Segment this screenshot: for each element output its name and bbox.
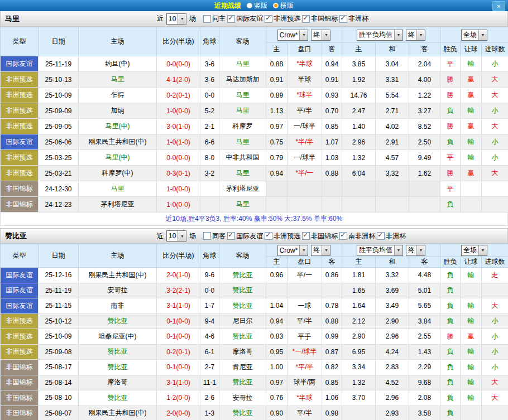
handicap-result-cell [461, 197, 482, 213]
match-date: 25-06-06 [39, 134, 79, 150]
handicap-line: *平/半 [287, 360, 322, 375]
layout-radio[interactable]: 竖版 [247, 1, 267, 11]
result-cell: 負 [440, 283, 461, 298]
home-team: 刚果民主共和国(中) [79, 134, 157, 150]
handicap-line [287, 197, 322, 213]
checkbox-checked-icon[interactable] [227, 15, 235, 23]
match-type-badge: 非洲预选 [1, 72, 39, 88]
bookmaker-select[interactable]: Crow*▼ [277, 30, 309, 41]
corner-score: 4-6 [200, 329, 219, 345]
away-team: 赞比亚 [219, 375, 266, 390]
avg-odds-away: 9.49 [409, 150, 440, 166]
checkbox-checked-icon[interactable] [302, 232, 310, 240]
match-type-badge: 非洲预选 [1, 103, 39, 119]
checkbox-checked-icon[interactable] [339, 232, 347, 240]
avg-final-select[interactable]: 终▼ [406, 245, 425, 256]
checkbox-checked-icon[interactable] [265, 232, 272, 240]
filter-checkbox[interactable]: 非洲杯 [377, 231, 406, 241]
corner-score: 5-2 [200, 103, 219, 119]
filter-checkbox[interactable]: 非洲预选 [265, 231, 300, 241]
avg-odds-select[interactable]: 胜平负均值▼ [357, 30, 403, 41]
goals-result-cell: 小 [482, 134, 508, 150]
home-team: 南非 [79, 298, 157, 314]
avg-odds-draw: 2.71 [376, 103, 409, 119]
home-team: 安哥拉 [79, 283, 157, 298]
close-button[interactable]: ✕ [492, 1, 505, 11]
bookmaker-select[interactable]: Crow*▼ [277, 245, 309, 256]
avg-odds-home: 3.70 [342, 390, 376, 406]
result-cell: 負 [440, 405, 461, 420]
chevron-down-icon: ▼ [416, 30, 425, 40]
handicap-odds-away: 0.87 [322, 344, 342, 360]
handicap-final-select[interactable]: 终▼ [311, 245, 330, 256]
col-header-home: 主场 [79, 27, 157, 56]
handicap-result-cell: 輸 [461, 103, 482, 119]
handicap-result-cell: 輸 [461, 313, 482, 329]
handicap-odds-home: 0.75 [266, 134, 287, 150]
chevron-down-icon: ▼ [299, 245, 308, 255]
away-team: 马里 [219, 103, 266, 119]
checkbox-checked-icon[interactable] [227, 232, 235, 240]
handicap-final-select[interactable]: 终▼ [311, 30, 330, 41]
radio-selected-icon[interactable] [273, 3, 279, 8]
handicap-odds-away [322, 181, 342, 197]
radio-label: 竖版 [254, 1, 267, 11]
filter-checkbox[interactable]: 同主 [203, 14, 226, 23]
corner-score: 11-1 [200, 375, 219, 390]
avg-odds-select[interactable]: 胜平负均值▼ [357, 245, 403, 256]
handicap-odds-home [266, 181, 287, 197]
filter-checkbox[interactable]: 同客 [203, 231, 226, 241]
match-date: 25-12-16 [39, 268, 79, 283]
filter-checkbox[interactable]: 南非洲杯 [339, 231, 375, 241]
checkbox-checked-icon[interactable] [339, 15, 347, 23]
radio-icon[interactable] [247, 3, 252, 8]
corner-score: 8-0 [200, 150, 219, 166]
titlebar: 近期战绩 竖版横版 ✕ [0, 0, 508, 11]
handicap-odds-home: 0.90 [266, 405, 287, 420]
filter-checkbox[interactable]: 非洲预选 [265, 14, 300, 23]
match-type-badge: 非洲预选 [1, 88, 39, 103]
match-count-select[interactable]: 10▼ [166, 13, 186, 25]
filter-checkbox[interactable]: 非国锦标 [302, 231, 338, 241]
match-row: 国际友谊25-11-15南非3-1(1-0)1-7赞比亚1.04一球0.781.… [1, 298, 508, 314]
avg-final-select[interactable]: 终▼ [406, 30, 425, 41]
goals-result-cell: 大 [482, 119, 508, 134]
avg-odds-away: 1.22 [409, 88, 440, 103]
layout-radio[interactable]: 横版 [273, 1, 294, 11]
result-cell: 負 [440, 360, 461, 375]
result-cell: 平 [440, 181, 461, 197]
result-cell: 勝 [440, 88, 461, 103]
match-score: 2-0(0-0) [157, 405, 200, 420]
match-type-badge: 非国锦标 [1, 405, 39, 420]
checkbox-checked-icon[interactable] [302, 15, 310, 23]
handicap-dropdown-cell: Crow*▼ 终▼ [266, 27, 342, 43]
scope-select[interactable]: 全场▼ [461, 30, 487, 41]
checkbox-checked-icon[interactable] [265, 15, 272, 23]
corner-score: 3-2 [200, 166, 219, 181]
checkbox-unchecked-icon[interactable] [203, 15, 211, 23]
scope-select[interactable]: 全场▼ [461, 245, 487, 256]
match-count-select[interactable]: 10▼ [166, 230, 186, 242]
match-row: 非洲预选25-09-05马里(中)3-0(1-0)2-1科摩罗0.97一/球半0… [1, 119, 508, 134]
avg-odds-away: 3.27 [409, 103, 440, 119]
goals-result-cell: 大 [482, 88, 508, 103]
match-score: 0-2(0-1) [157, 344, 200, 360]
filter-checkbox[interactable]: 国际友谊 [227, 231, 263, 241]
summary-row: 近10场,胜4平3负3, 胜率:40% 赢率:50% 大:37.5% 单率:60… [0, 213, 508, 226]
away-team: 赞比亚 [219, 405, 266, 420]
checkbox-checked-icon[interactable] [377, 232, 385, 240]
filter-checkbox[interactable]: 非国锦标 [302, 14, 338, 23]
avg-odds-draw: 3.31 [376, 72, 409, 88]
match-score: 1-0(0-0) [157, 197, 200, 213]
filter-checkbox[interactable]: 非洲杯 [339, 14, 368, 23]
goals-result-cell: 小 [482, 360, 508, 375]
goals-result-cell: 大 [482, 375, 508, 390]
filter-checkbox[interactable]: 国际友谊 [227, 14, 263, 23]
checkbox-unchecked-icon[interactable] [203, 232, 211, 240]
handicap-line: 平/半 [287, 103, 322, 119]
match-row: 非国锦标25-08-17赞比亚0-1(0-0)2-7肯尼亚1.00*平/半0.8… [1, 360, 508, 375]
avg-odds-home [342, 181, 376, 197]
col-header-score: 比分(半场) [157, 27, 200, 56]
result-cell: 勝 [440, 329, 461, 345]
avg-odds-away: 3.58 [409, 405, 440, 420]
